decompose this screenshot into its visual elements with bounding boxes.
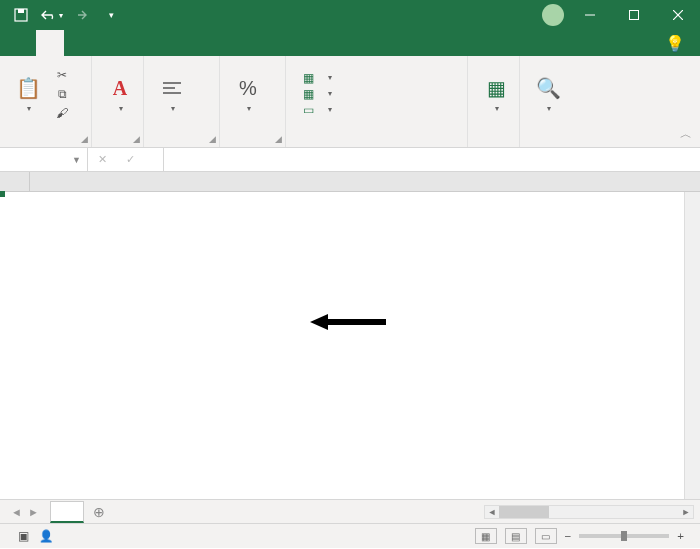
select-all-corner[interactable]	[0, 172, 30, 191]
sheet-tab[interactable]	[50, 501, 84, 523]
annotation-arrow	[310, 312, 390, 332]
chevron-left-icon[interactable]: ◄	[11, 506, 22, 518]
zoom-slider[interactable]	[579, 534, 669, 538]
svg-marker-9	[310, 314, 386, 330]
tab-home[interactable]	[36, 30, 64, 56]
minimize-button[interactable]	[568, 0, 612, 30]
zoom-in-button[interactable]: +	[677, 530, 684, 542]
group-editing: 🔍 ▾	[520, 56, 580, 147]
spreadsheet-grid[interactable]	[0, 172, 700, 500]
new-sheet-button[interactable]: ⊕	[84, 500, 114, 523]
close-button[interactable]	[656, 0, 700, 30]
format-as-table-button[interactable]: ▦ ▾	[300, 87, 332, 101]
group-cells: ▦ ▾	[468, 56, 520, 147]
format-painter-icon[interactable]: 🖌	[52, 105, 72, 121]
cells-button[interactable]: ▦ ▾	[476, 72, 516, 115]
formula-bar-controls: ✕ ✓	[88, 148, 164, 171]
avatar	[542, 4, 564, 26]
clipboard-icon: 📋	[14, 74, 42, 102]
cell-styles-button[interactable]: ▭ ▾	[300, 103, 332, 117]
copy-icon[interactable]: ⧉	[52, 86, 72, 102]
group-number: % ▾ ◢	[220, 56, 286, 147]
horizontal-scrollbar[interactable]: ◄ ►	[484, 505, 694, 519]
table-icon: ▦	[300, 87, 316, 101]
accessibility-icon: 👤	[39, 529, 53, 543]
dialog-launcher-icon[interactable]: ◢	[133, 134, 140, 144]
cond-format-icon: ▦	[300, 71, 316, 85]
save-icon[interactable]	[8, 3, 34, 27]
cut-icon[interactable]: ✂	[52, 67, 72, 83]
svg-rect-3	[630, 11, 639, 20]
alignment-icon	[158, 74, 186, 102]
tab-data[interactable]	[120, 30, 148, 56]
zoom-knob[interactable]	[621, 531, 627, 541]
group-clipboard: 📋 ▾ ✂ ⧉ 🖌 ◢	[0, 56, 92, 147]
redo-button[interactable]	[68, 3, 94, 27]
accessibility-status[interactable]: 👤	[39, 529, 57, 543]
zoom-out-button[interactable]: −	[565, 530, 572, 542]
scroll-left-icon[interactable]: ◄	[485, 507, 499, 517]
ribbon: 📋 ▾ ✂ ⧉ 🖌 ◢ A ▾ ◢ ▾ ◢	[0, 56, 700, 148]
maximize-button[interactable]	[612, 0, 656, 30]
group-alignment: ▾ ◢	[144, 56, 220, 147]
enter-icon[interactable]: ✓	[126, 153, 135, 166]
sheet-tab-bar: ◄► ⊕ ◄ ►	[0, 500, 700, 524]
sheet-navigation[interactable]: ◄►	[0, 500, 50, 523]
dialog-launcher-icon[interactable]: ◢	[275, 134, 282, 144]
titlebar: ▾ ▾	[0, 0, 700, 30]
alignment-button[interactable]: ▾	[152, 72, 192, 115]
undo-button[interactable]: ▾	[38, 3, 64, 27]
dialog-launcher-icon[interactable]: ◢	[81, 134, 88, 144]
formula-input[interactable]	[164, 148, 700, 171]
name-box[interactable]: ▼	[0, 148, 88, 171]
font-button[interactable]: A ▾	[100, 72, 140, 115]
quick-access-toolbar: ▾ ▾	[0, 3, 124, 27]
column-headers	[0, 172, 700, 192]
chevron-down-icon[interactable]: ▼	[72, 155, 81, 165]
group-font: A ▾ ◢	[92, 56, 144, 147]
font-icon: A	[106, 74, 134, 102]
collapse-ribbon-icon[interactable]: ︿	[680, 126, 692, 143]
formula-bar: ▼ ✕ ✓	[0, 148, 700, 172]
number-button[interactable]: % ▾	[228, 72, 268, 115]
find-icon: 🔍	[534, 74, 562, 102]
scrollbar-thumb[interactable]	[499, 506, 549, 518]
status-bar: ▣ 👤 ▦ ▤ ▭ − +	[0, 524, 700, 548]
vertical-scrollbar[interactable]	[684, 192, 700, 499]
editing-button[interactable]: 🔍 ▾	[528, 72, 568, 115]
qat-customize[interactable]: ▾	[98, 3, 124, 27]
active-cell-cursor	[0, 192, 4, 196]
svg-rect-1	[18, 9, 24, 13]
cancel-icon[interactable]: ✕	[98, 153, 107, 166]
lightbulb-icon: 💡	[666, 34, 684, 52]
tab-review[interactable]	[148, 30, 176, 56]
tab-file[interactable]	[8, 30, 36, 56]
cells-icon: ▦	[482, 74, 510, 102]
dialog-launcher-icon[interactable]: ◢	[209, 134, 216, 144]
macro-record-icon[interactable]: ▣	[18, 529, 29, 543]
percent-icon: %	[234, 74, 262, 102]
tab-formulas[interactable]	[92, 30, 120, 56]
window-controls	[568, 0, 700, 30]
data-range-border	[0, 192, 4, 196]
normal-view-button[interactable]: ▦	[475, 528, 497, 544]
chevron-right-icon[interactable]: ►	[28, 506, 39, 518]
tab-developer[interactable]	[204, 30, 232, 56]
user-section[interactable]	[536, 4, 568, 26]
page-break-button[interactable]: ▭	[535, 528, 557, 544]
group-styles: ▦ ▾ ▦ ▾ ▭ ▾	[286, 56, 468, 147]
scroll-right-icon[interactable]: ►	[679, 507, 693, 517]
ribbon-tabs: 💡	[0, 30, 700, 56]
page-layout-button[interactable]: ▤	[505, 528, 527, 544]
tab-view[interactable]	[176, 30, 204, 56]
conditional-formatting-button[interactable]: ▦ ▾	[300, 71, 332, 85]
paste-button[interactable]: 📋 ▾	[8, 72, 48, 115]
cell-styles-icon: ▭	[300, 103, 316, 117]
tab-insert[interactable]	[64, 30, 92, 56]
